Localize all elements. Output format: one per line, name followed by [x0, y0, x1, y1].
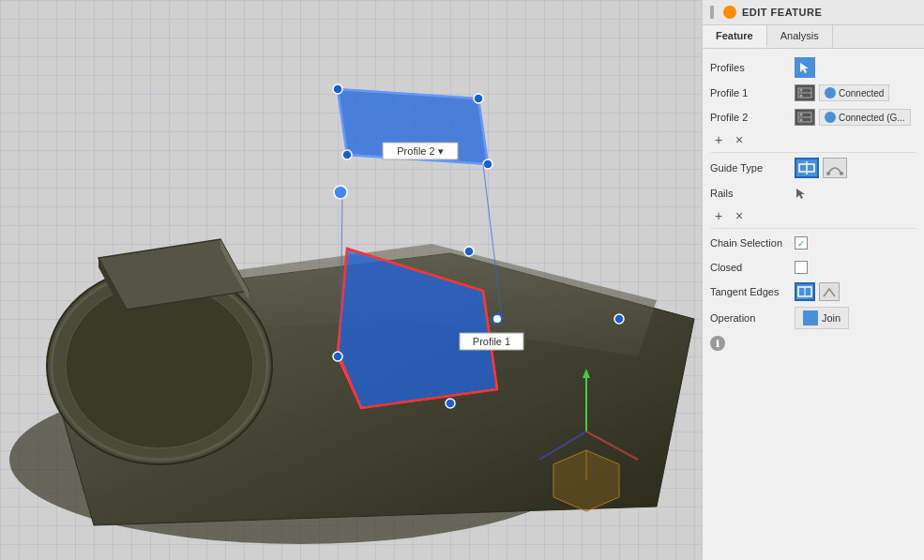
profile2-connected-icon: [825, 112, 836, 123]
profile2-row: Profile 2 Connected (G...: [703, 105, 924, 129]
profile1-connected-btn[interactable]: Connected: [819, 84, 889, 101]
panel-title: EDIT FEATURE: [742, 7, 822, 18]
rails-label: Rails: [710, 188, 795, 199]
profiles-cursor-icon[interactable]: [795, 57, 815, 78]
tab-analysis[interactable]: Analysis: [767, 25, 833, 48]
closed-value: [795, 261, 916, 274]
svg-point-21: [333, 352, 342, 361]
profiles-remove-button[interactable]: ×: [731, 131, 748, 148]
svg-point-42: [800, 114, 803, 116]
chain-selection-row: Chain Selection: [703, 231, 924, 255]
closed-label: Closed: [710, 262, 795, 273]
profile2-icon[interactable]: [795, 109, 815, 126]
operation-row: Operation Join: [703, 304, 924, 332]
guide-type-label: Guide Type: [710, 162, 795, 174]
3d-viewport[interactable]: Profile 2 ▾ Profile 1: [0, 0, 702, 560]
svg-point-47: [840, 172, 843, 175]
tab-feature[interactable]: Feature: [703, 25, 767, 48]
svg-point-18: [492, 314, 502, 324]
svg-point-19: [614, 314, 624, 324]
profile1-status: Connected: [839, 88, 884, 98]
svg-point-11: [333, 84, 342, 94]
edit-feature-panel: EDIT FEATURE Feature Analysis Profiles P…: [702, 0, 924, 560]
3d-scene: Profile 2 ▾ Profile 1: [0, 0, 702, 560]
guide-icon-inactive[interactable]: [823, 158, 847, 178]
rails-row: Rails: [703, 181, 924, 205]
svg-point-17: [464, 247, 474, 256]
chain-selection-checkbox[interactable]: [795, 236, 808, 250]
info-icon[interactable]: ℹ: [710, 336, 725, 351]
profile2-value: Connected (G...: [795, 109, 916, 126]
profile1-icon[interactable]: [795, 84, 815, 101]
tangent-icon-active[interactable]: [795, 282, 815, 301]
chain-selection-label: Chain Selection: [710, 237, 795, 249]
svg-point-13: [483, 159, 492, 169]
profiles-add-button[interactable]: +: [710, 131, 727, 148]
svg-marker-48: [796, 189, 805, 199]
profile1-connected-icon: [825, 87, 836, 98]
profile1-value: Connected: [795, 84, 916, 101]
tangent-edges-value: [795, 282, 916, 301]
guide-icon-active[interactable]: [795, 158, 819, 178]
profile2-status: Connected (G...: [839, 113, 905, 123]
profile1-label: Profile 1: [710, 87, 795, 98]
profile1-row: Profile 1 Connected: [703, 81, 924, 105]
svg-point-39: [800, 95, 803, 98]
guide-type-row: Guide Type: [703, 155, 924, 181]
profile2-label: Profile 2: [710, 112, 795, 123]
rails-add-button[interactable]: +: [710, 207, 727, 224]
operation-icon: [803, 310, 818, 325]
closed-row: Closed: [703, 255, 924, 280]
operation-label: Operation: [710, 312, 795, 324]
svg-point-12: [474, 94, 483, 103]
svg-point-14: [342, 150, 352, 159]
drag-handle[interactable]: [710, 6, 714, 19]
profiles-label: Profiles: [710, 62, 795, 73]
panel-body: Profiles Profile 1: [703, 49, 924, 560]
guide-type-value: [795, 158, 916, 178]
panel-header-icon: [723, 6, 736, 19]
rails-remove-button[interactable]: ×: [731, 207, 748, 224]
svg-point-24: [334, 186, 347, 199]
operation-button[interactable]: Join: [795, 307, 849, 329]
panel-tabs: Feature Analysis: [703, 25, 924, 49]
divider2: [710, 228, 916, 229]
svg-text:Profile 1: Profile 1: [473, 336, 510, 347]
svg-text:Profile 2 ▾: Profile 2 ▾: [397, 145, 443, 157]
rails-cursor-icon: [795, 187, 808, 200]
svg-point-4: [66, 283, 253, 448]
chain-selection-value: [795, 236, 916, 250]
divider1: [710, 152, 916, 153]
profiles-select-btn[interactable]: [795, 57, 916, 78]
svg-point-43: [800, 119, 803, 122]
profiles-add-remove-row: + ×: [703, 129, 924, 150]
tangent-edges-label: Tangent Edges: [710, 286, 795, 297]
svg-point-38: [800, 89, 803, 92]
panel-header: EDIT FEATURE: [703, 0, 924, 25]
operation-value: Join: [795, 307, 916, 329]
profiles-row: Profiles: [703, 54, 924, 81]
guide-type-icons: [795, 158, 847, 178]
operation-text: Join: [822, 312, 841, 324]
tangent-icon-inactive[interactable]: [819, 282, 840, 301]
rails-add-remove-row: + ×: [703, 205, 924, 226]
tangent-edges-row: Tangent Edges: [703, 280, 924, 304]
info-row: ℹ: [703, 332, 924, 355]
rails-cursor: [795, 187, 916, 200]
closed-checkbox[interactable]: [795, 261, 808, 274]
svg-marker-35: [800, 63, 809, 73]
tangent-edge-icons: [795, 282, 840, 301]
svg-point-20: [446, 399, 455, 408]
profile2-connected-btn[interactable]: Connected (G...: [819, 109, 911, 126]
svg-point-46: [826, 172, 830, 175]
